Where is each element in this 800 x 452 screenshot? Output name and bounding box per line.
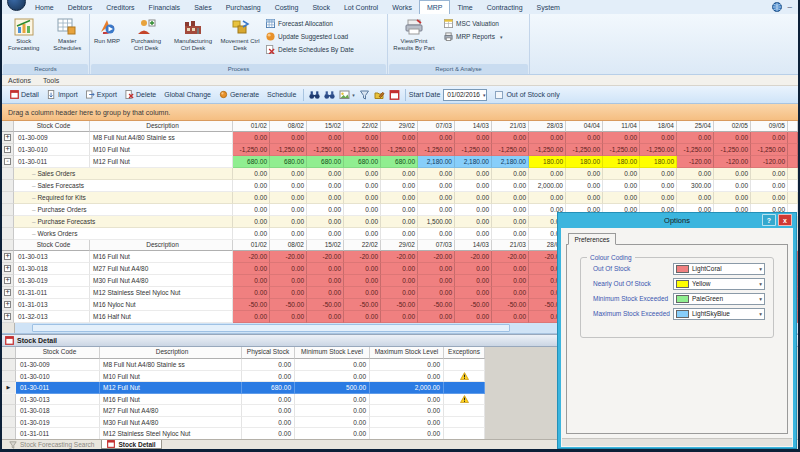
description-cell[interactable]: M30 Full Nut A4/80 xyxy=(100,417,242,429)
forecast-value-cell[interactable]: -1,250.00 xyxy=(418,144,455,156)
subrow-value-cell[interactable]: 0.00 xyxy=(307,216,344,228)
minimum-stock-cell[interactable]: 0.00 xyxy=(295,359,370,371)
stock-code-cell[interactable]: 01-30-019 xyxy=(14,275,90,287)
column-header-date[interactable]: 07/03 xyxy=(418,240,455,251)
forecast-value-cell[interactable]: 0.00 xyxy=(344,287,381,299)
close-button[interactable]: x xyxy=(778,214,792,226)
column-header-minimum-stock-level[interactable]: Minimum Stock Level xyxy=(295,347,370,359)
forecast-value-cell[interactable]: 0.00 xyxy=(529,132,566,144)
physical-stock-cell[interactable]: 680.00 xyxy=(242,382,295,394)
subrow-value-cell[interactable]: 0.00 xyxy=(233,168,270,180)
forecast-value-cell[interactable]: -20.00 xyxy=(418,251,455,263)
export-button[interactable]: Export xyxy=(82,89,121,100)
subrow-value-cell[interactable]: 0.00 xyxy=(455,228,492,240)
expand-icon[interactable]: + xyxy=(4,301,11,308)
chevron-down-icon[interactable]: ▾ xyxy=(759,311,764,317)
forecast-value-cell[interactable]: 180.00 xyxy=(640,156,677,168)
physical-stock-cell[interactable]: 0.00 xyxy=(242,417,295,429)
movement-ctrl-desk-button[interactable]: Movement Ctrl Desk xyxy=(218,15,262,64)
subrow-value-cell[interactable]: 0.00 xyxy=(603,180,640,192)
forecast-allocation-button[interactable]: Forecast Allocation xyxy=(266,19,354,28)
subrow-value-cell[interactable]: 0.00 xyxy=(603,168,640,180)
forecast-value-cell[interactable]: 180.00 xyxy=(566,156,603,168)
forecast-value-cell[interactable]: 0.00 xyxy=(344,132,381,144)
stock-code-cell[interactable]: 01-30-010 xyxy=(16,371,100,383)
colour-dropdown[interactable]: PaleGreen▾ xyxy=(673,293,765,305)
subrow-value-cell[interactable]: 0.00 xyxy=(492,228,529,240)
subrow-value-cell[interactable]: 0.00 xyxy=(233,180,270,192)
subrow-value-cell[interactable]: 0.00 xyxy=(381,228,418,240)
detail-button[interactable]: Detail xyxy=(6,89,43,100)
forecast-value-cell[interactable]: -20.00 xyxy=(233,251,270,263)
ribbon-tab-purchasing[interactable]: Purchasing xyxy=(219,1,268,14)
stock-code-cell[interactable]: 01-30-013 xyxy=(16,394,100,406)
forecast-value-cell[interactable]: 0.00 xyxy=(233,275,270,287)
forecast-value-cell[interactable]: 0.00 xyxy=(492,287,529,299)
out-of-stock-only-checkbox[interactable] xyxy=(495,91,503,99)
ribbon-tab-contracting[interactable]: Contracting xyxy=(480,1,530,14)
forecast-value-cell[interactable]: 0.00 xyxy=(307,263,344,275)
colour-dropdown[interactable]: Yellow▾ xyxy=(673,278,765,290)
forecast-value-cell[interactable]: 2,180.00 xyxy=(492,156,529,168)
subrow-value-cell[interactable]: 0.00 xyxy=(677,168,714,180)
subrow-value-cell[interactable]: 0.00 xyxy=(418,168,455,180)
stock-code-cell[interactable]: 01-30-010 xyxy=(14,144,90,156)
stock-detail-row[interactable]: 01-30-013M16 Full Nut0.000.000.00 xyxy=(2,394,485,406)
forecast-value-cell[interactable]: -1,250.00 xyxy=(381,144,418,156)
forecast-value-cell[interactable]: 680.00 xyxy=(381,156,418,168)
stock-code-cell[interactable]: 01-30-013 xyxy=(14,251,90,263)
subrow-value-cell[interactable]: 0.00 xyxy=(751,192,788,204)
forecast-value-cell[interactable]: 0.00 xyxy=(344,311,381,323)
subrow-value-cell[interactable]: 0.00 xyxy=(714,168,751,180)
chevron-down-icon[interactable]: ▾ xyxy=(483,92,486,98)
physical-stock-cell[interactable]: 0.00 xyxy=(242,394,295,406)
subrow-label[interactable]: Purchase Forecasts xyxy=(14,216,233,228)
ribbon-tab-home[interactable]: Home xyxy=(28,1,61,14)
forecast-value-cell[interactable]: -20.00 xyxy=(492,251,529,263)
forecast-value-cell[interactable]: -20.00 xyxy=(455,251,492,263)
forecast-value-cell[interactable]: -1,250.00 xyxy=(233,144,270,156)
forecast-value-cell[interactable]: -20.00 xyxy=(344,251,381,263)
description-cell[interactable]: M16 Half Nut xyxy=(90,311,233,323)
forecast-value-cell[interactable]: 0.00 xyxy=(233,287,270,299)
forecast-value-cell[interactable]: 0.00 xyxy=(418,275,455,287)
stock-detail-row[interactable]: 01-31-011M12 Stainless Steel Nyloc Nut0.… xyxy=(2,428,485,440)
subrow-value-cell[interactable]: 0.00 xyxy=(233,216,270,228)
application-menu-button[interactable] xyxy=(7,0,26,11)
subrow-value-cell[interactable]: 0.00 xyxy=(677,192,714,204)
column-header-date[interactable]: 01/02 xyxy=(233,121,270,132)
subrow-value-cell[interactable]: 0.00 xyxy=(344,216,381,228)
subrow-value-cell[interactable]: 0.00 xyxy=(270,168,307,180)
stock-code-cell[interactable]: 01-32-013 xyxy=(14,311,90,323)
expand-icon[interactable]: + xyxy=(4,313,11,320)
ribbon-tab-stock[interactable]: Stock xyxy=(305,1,337,14)
subrow-value-cell[interactable]: 0.00 xyxy=(714,180,751,192)
minimum-stock-cell[interactable]: 0.00 xyxy=(295,417,370,429)
description-cell[interactable]: M8 Full Nut A4/80 Stainle ss xyxy=(100,359,242,371)
description-cell[interactable]: M16 Full Nut xyxy=(90,251,233,263)
column-header-date[interactable]: 18/04 xyxy=(640,121,677,132)
forecast-value-cell[interactable]: 0.00 xyxy=(307,275,344,287)
expand-icon[interactable]: + xyxy=(4,146,11,153)
forecast-value-cell[interactable]: -120.00 xyxy=(714,156,751,168)
description-cell[interactable]: M27 Full Nut A4/80 xyxy=(100,405,242,417)
subrow-value-cell[interactable]: 0.00 xyxy=(751,180,788,192)
subrow-value-cell[interactable]: 0.00 xyxy=(751,168,788,180)
stock-detail-row[interactable]: 01-30-010M10 Full Nut0.000.000.00 xyxy=(2,371,485,383)
subrow-value-cell[interactable]: 0.00 xyxy=(455,216,492,228)
start-date-input[interactable]: 01/02/2016 ▾ xyxy=(443,89,487,101)
forecast-value-cell[interactable]: 0.00 xyxy=(492,132,529,144)
subrow-value-cell[interactable]: 0.00 xyxy=(344,168,381,180)
forecast-value-cell[interactable]: -1,250.00 xyxy=(640,144,677,156)
subrow-value-cell[interactable]: 0.00 xyxy=(529,168,566,180)
stock-detail-row[interactable]: 01-30-018M27 Full Nut A4/800.000.000.00 xyxy=(2,405,485,417)
forecast-value-cell[interactable]: -1,250.00 xyxy=(677,144,714,156)
forecast-value-cell[interactable]: -50.00 xyxy=(270,299,307,311)
description-cell[interactable]: M8 Full Nut A4/80 Stainle ss xyxy=(90,132,233,144)
subrow-value-cell[interactable]: 300.00 xyxy=(677,180,714,192)
stock-code-cell[interactable]: 01-30-019 xyxy=(16,417,100,429)
globe-icon[interactable] xyxy=(772,2,782,12)
subrow-value-cell[interactable]: 0.00 xyxy=(307,180,344,192)
description-cell[interactable]: M30 Full Nut A4/80 xyxy=(90,275,233,287)
ribbon-tab-works[interactable]: Works xyxy=(385,1,419,14)
